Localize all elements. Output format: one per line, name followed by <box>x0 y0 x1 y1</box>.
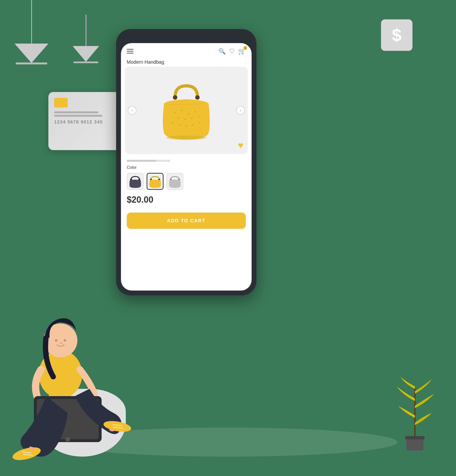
svg-point-36 <box>157 183 158 184</box>
svg-point-3 <box>64 339 66 342</box>
card-line-2 <box>54 115 102 117</box>
svg-point-25 <box>185 125 187 127</box>
person-illustration <box>7 292 133 461</box>
product-info: Color <box>121 154 252 212</box>
svg-point-28 <box>166 135 206 140</box>
lamp-1 <box>15 0 48 63</box>
svg-point-26 <box>192 124 194 126</box>
product-wishlist-heart[interactable]: ♥ <box>238 140 243 151</box>
product-price: $20.00 <box>127 195 246 205</box>
card-line-1 <box>54 111 99 113</box>
color-options <box>127 173 246 190</box>
svg-point-14 <box>195 95 199 100</box>
hamburger-line-1 <box>127 49 133 50</box>
handbag-image <box>157 79 215 142</box>
search-icon[interactable]: 🔍 <box>218 48 226 55</box>
svg-point-24 <box>179 124 181 126</box>
phone-mockup: 🔍 ♡ 🛒 1 Modern Handbag ‹ <box>116 29 257 295</box>
svg-point-18 <box>194 111 196 112</box>
svg-point-16 <box>181 110 183 111</box>
lamp-2-shade <box>73 46 99 62</box>
hamburger-menu[interactable] <box>127 49 133 53</box>
svg-point-6 <box>65 437 70 442</box>
dollar-sign: $ <box>392 25 402 45</box>
dollar-sign-box: $ <box>381 19 413 51</box>
svg-point-20 <box>184 119 186 120</box>
color-option-dark[interactable] <box>127 173 144 190</box>
svg-point-2 <box>55 339 57 342</box>
lamp-1-cord <box>31 0 32 43</box>
lamp-2 <box>73 15 99 63</box>
rating-bar <box>127 160 170 162</box>
plant-svg <box>393 365 437 452</box>
cart-badge: 1 <box>243 46 247 50</box>
product-title: Modern Handbag <box>121 57 252 67</box>
lamp-2-cord <box>86 15 86 46</box>
phone-nav-icons: 🔍 ♡ 🛒 1 <box>218 47 246 55</box>
svg-rect-41 <box>405 436 424 439</box>
plant <box>393 365 437 452</box>
next-image-button[interactable]: › <box>236 106 245 115</box>
lamp-1-shade <box>15 43 48 63</box>
svg-point-35 <box>155 184 156 185</box>
svg-point-13 <box>173 95 177 100</box>
cart-icon[interactable]: 🛒 1 <box>238 47 246 55</box>
svg-point-22 <box>198 116 199 118</box>
prev-image-button[interactable]: ‹ <box>128 106 136 115</box>
color-label: Color <box>127 165 246 170</box>
svg-point-15 <box>174 112 176 114</box>
rating-fill <box>127 160 156 162</box>
svg-point-23 <box>172 122 174 123</box>
phone-header: 🔍 ♡ 🛒 1 <box>121 43 252 57</box>
product-image-container: ‹ <box>125 67 248 154</box>
hamburger-line-3 <box>127 53 133 53</box>
add-to-cart-button[interactable]: ADD TO CART <box>127 212 246 229</box>
color-option-light[interactable] <box>166 173 183 190</box>
svg-point-34 <box>152 183 153 184</box>
card-chip <box>54 98 68 108</box>
svg-point-21 <box>191 118 192 119</box>
wishlist-icon[interactable]: ♡ <box>229 47 235 55</box>
svg-point-27 <box>199 122 200 123</box>
phone-notch <box>169 34 203 41</box>
hamburger-line-2 <box>127 51 133 51</box>
color-option-yellow[interactable] <box>147 173 164 190</box>
lamps-container <box>15 0 99 63</box>
svg-point-17 <box>188 113 190 115</box>
phone-screen: 🔍 ♡ 🛒 1 Modern Handbag ‹ <box>121 43 252 290</box>
svg-point-19 <box>178 118 179 119</box>
